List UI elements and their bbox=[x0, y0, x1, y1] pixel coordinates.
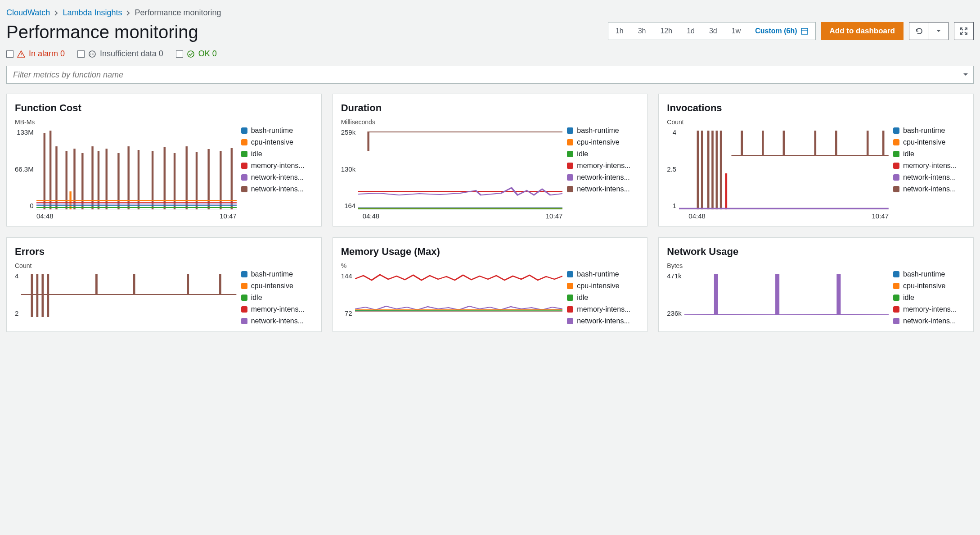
caret-down-icon[interactable] bbox=[963, 73, 968, 77]
chart-unit: Count bbox=[667, 118, 889, 126]
legend-item[interactable]: cpu-intensive bbox=[893, 282, 965, 290]
chart-plot bbox=[21, 272, 236, 317]
legend-label: bash-runtime bbox=[903, 270, 945, 278]
legend-item[interactable]: network-intens... bbox=[567, 173, 639, 181]
breadcrumb-lambda-insights[interactable]: Lambda Insights bbox=[63, 8, 122, 18]
legend-item[interactable]: bash-runtime bbox=[893, 127, 965, 135]
legend-item[interactable]: cpu-intensive bbox=[567, 282, 639, 290]
checkbox[interactable] bbox=[6, 50, 13, 58]
legend-item[interactable]: network-intens... bbox=[241, 317, 313, 325]
legend-item[interactable]: idle bbox=[893, 150, 965, 158]
filter-insufficient[interactable]: Insufficient data 0 bbox=[77, 49, 163, 59]
chart-unit: Bytes bbox=[667, 262, 889, 269]
legend-label: memory-intens... bbox=[251, 162, 305, 170]
legend-swatch bbox=[241, 163, 247, 169]
legend-label: network-intens... bbox=[577, 317, 629, 325]
legend-swatch bbox=[241, 271, 247, 277]
legend-item[interactable]: memory-intens... bbox=[893, 305, 965, 313]
chart-legend: bash-runtimecpu-intensiveidlememory-inte… bbox=[893, 262, 965, 325]
legend-item[interactable]: memory-intens... bbox=[567, 162, 639, 170]
chart-unit: MB-Ms bbox=[15, 118, 237, 126]
chart-title: Invocations bbox=[667, 102, 965, 114]
legend-item[interactable]: network-intens... bbox=[893, 317, 965, 325]
legend-swatch bbox=[567, 151, 573, 157]
legend-item[interactable]: bash-runtime bbox=[567, 127, 639, 135]
legend-item[interactable]: bash-runtime bbox=[567, 270, 639, 278]
chart-legend: bash-runtimecpu-intensiveidlememory-inte… bbox=[893, 118, 965, 220]
time-range-3d[interactable]: 3d bbox=[702, 23, 724, 40]
chart-function-cost[interactable]: Function Cost MB-Ms 133M 66.3M 0 bbox=[6, 94, 322, 227]
legend-item[interactable]: idle bbox=[893, 294, 965, 302]
legend-label: memory-intens... bbox=[903, 305, 957, 313]
chart-plot bbox=[679, 128, 889, 209]
alarm-triangle-icon bbox=[17, 50, 25, 58]
legend-item[interactable]: cpu-intensive bbox=[567, 138, 639, 146]
time-range-1h[interactable]: 1h bbox=[608, 23, 631, 40]
time-range-custom[interactable]: Custom (6h) bbox=[748, 23, 815, 40]
time-range-1w[interactable]: 1w bbox=[724, 23, 748, 40]
chart-errors[interactable]: Errors Count 4 2 bbox=[6, 237, 322, 332]
breadcrumb-cloudwatch[interactable]: CloudWatch bbox=[6, 8, 50, 18]
svg-point-9 bbox=[21, 55, 22, 56]
time-range-custom-label: Custom (6h) bbox=[755, 27, 797, 35]
legend-label: bash-runtime bbox=[251, 270, 293, 278]
legend-swatch bbox=[241, 139, 247, 145]
legend-item[interactable]: bash-runtime bbox=[893, 270, 965, 278]
legend-label: network-intens... bbox=[903, 173, 956, 181]
legend-label: bash-runtime bbox=[903, 127, 945, 135]
chart-duration[interactable]: Duration Milliseconds 259k 130k 164 bbox=[333, 94, 648, 227]
legend-item[interactable]: cpu-intensive bbox=[241, 138, 313, 146]
legend-item[interactable]: cpu-intensive bbox=[241, 282, 313, 290]
insufficient-circle-icon bbox=[88, 50, 96, 58]
time-range-1d[interactable]: 1d bbox=[679, 23, 702, 40]
chart-memory-usage[interactable]: Memory Usage (Max) % 144 72 bbox=[333, 237, 648, 332]
refresh-button[interactable] bbox=[909, 22, 929, 40]
legend-label: cpu-intensive bbox=[903, 138, 945, 146]
chart-unit: % bbox=[341, 262, 563, 269]
filter-in-alarm[interactable]: In alarm 0 bbox=[6, 49, 65, 59]
checkbox[interactable] bbox=[176, 50, 183, 58]
svg-point-12 bbox=[92, 54, 93, 54]
legend-item[interactable]: memory-intens... bbox=[893, 162, 965, 170]
legend-item[interactable]: idle bbox=[241, 150, 313, 158]
chart-plot bbox=[358, 128, 562, 209]
fullscreen-button[interactable] bbox=[954, 22, 974, 40]
legend-item[interactable]: idle bbox=[241, 294, 313, 302]
legend-item[interactable]: memory-intens... bbox=[241, 305, 313, 313]
legend-item[interactable]: network-intens... bbox=[893, 173, 965, 181]
checkbox[interactable] bbox=[77, 50, 85, 58]
legend-item[interactable]: network-intens... bbox=[567, 185, 639, 193]
time-range-3h[interactable]: 3h bbox=[631, 23, 653, 40]
add-to-dashboard-button[interactable]: Add to dashboard bbox=[821, 22, 904, 40]
legend-item[interactable]: network-intens... bbox=[567, 317, 639, 325]
legend-label: network-intens... bbox=[577, 173, 629, 181]
refresh-dropdown-button[interactable] bbox=[929, 22, 949, 40]
legend-label: memory-intens... bbox=[903, 162, 957, 170]
legend-label: network-intens... bbox=[577, 185, 629, 193]
legend-swatch bbox=[567, 139, 573, 145]
time-range-12h[interactable]: 12h bbox=[653, 23, 679, 40]
legend-swatch bbox=[893, 295, 899, 301]
legend-item[interactable]: network-intens... bbox=[241, 173, 313, 181]
chart-invocations[interactable]: Invocations Count 4 2.5 1 bbox=[658, 94, 974, 227]
legend-item[interactable]: network-intens... bbox=[893, 185, 965, 193]
legend-item[interactable]: idle bbox=[567, 294, 639, 302]
legend-item[interactable]: idle bbox=[567, 150, 639, 158]
y-axis: 471k 236k bbox=[667, 272, 684, 317]
svg-point-14 bbox=[188, 51, 194, 57]
legend-item[interactable]: memory-intens... bbox=[567, 305, 639, 313]
legend-item[interactable]: network-intens... bbox=[241, 185, 313, 193]
legend-label: cpu-intensive bbox=[577, 138, 619, 146]
legend-label: idle bbox=[577, 150, 588, 158]
filter-ok[interactable]: OK 0 bbox=[176, 49, 217, 59]
x-axis: 04:48 10:47 bbox=[667, 212, 889, 220]
legend-item[interactable]: bash-runtime bbox=[241, 127, 313, 135]
legend-item[interactable]: bash-runtime bbox=[241, 270, 313, 278]
svg-rect-0 bbox=[801, 28, 808, 34]
legend-item[interactable]: cpu-intensive bbox=[893, 138, 965, 146]
filter-metrics-input[interactable] bbox=[6, 66, 974, 84]
legend-item[interactable]: memory-intens... bbox=[241, 162, 313, 170]
chart-title: Memory Usage (Max) bbox=[341, 246, 639, 258]
chart-unit: Count bbox=[15, 262, 237, 269]
chart-network-usage[interactable]: Network Usage Bytes 471k 236k bbox=[658, 237, 974, 332]
